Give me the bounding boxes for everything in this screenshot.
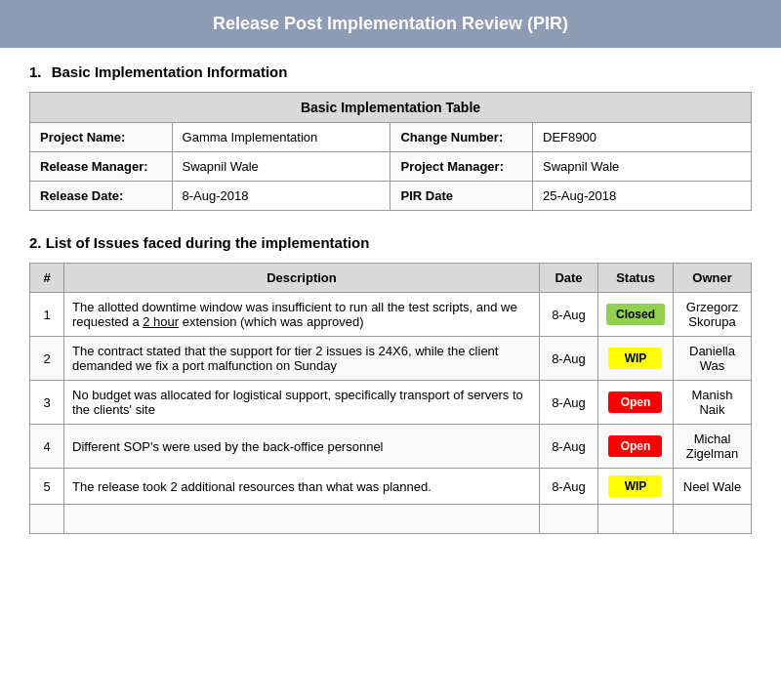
section1-number: 1. — [29, 63, 42, 80]
section2-label: List of Issues faced during the implemen… — [46, 234, 370, 251]
value-change-number: DEF8900 — [533, 123, 752, 152]
issue-row-empty — [30, 505, 752, 534]
value-project-name: Gamma Implementation — [172, 123, 390, 152]
issue-1-num: 1 — [30, 293, 64, 337]
section2-number: 2. — [29, 234, 42, 251]
page-header: Release Post Implementation Review (PIR) — [0, 0, 781, 48]
empty-description — [64, 505, 540, 534]
basic-table-heading: Basic Implementation Table — [30, 93, 752, 123]
status-badge-5: WIP — [608, 475, 662, 497]
value-release-date: 8-Aug-2018 — [172, 182, 390, 211]
label-project-manager: Project Manager: — [390, 152, 533, 182]
empty-num — [30, 505, 64, 534]
status-badge-3: Open — [608, 391, 662, 413]
issue-3-status-cell: Open — [597, 381, 673, 425]
issue-1-owner: Grzegorz Skorupa — [674, 293, 752, 337]
issue-4-owner: Michal Zigelman — [674, 425, 752, 469]
issue-5-description: The release took 2 additional resources … — [64, 469, 540, 505]
status-badge-1: Closed — [606, 304, 665, 325]
empty-status — [597, 505, 673, 534]
label-release-date: Release Date: — [30, 182, 173, 211]
issues-table: # Description Date Status Owner 1 The al… — [29, 263, 752, 534]
value-release-manager: Swapnil Wale — [172, 152, 390, 182]
issue-3-num: 3 — [30, 381, 64, 425]
basic-table-row-1: Project Name: Gamma Implementation Chang… — [30, 123, 752, 152]
empty-owner — [674, 505, 752, 534]
value-project-manager: Swapnil Wale — [533, 152, 752, 182]
col-date: Date — [539, 264, 597, 293]
issue-1-status-cell: Closed — [597, 293, 673, 337]
issue-2-owner: Daniella Was — [674, 337, 752, 381]
issue-3-description: No budget was allocated for logistical s… — [64, 381, 540, 425]
section1-label: Basic Implementation Information — [52, 63, 288, 80]
col-description: Description — [64, 264, 540, 293]
issue-row-2: 2 The contract stated that the support f… — [30, 337, 752, 381]
col-num: # — [30, 264, 64, 293]
issue-5-date: 8-Aug — [539, 469, 597, 505]
issue-row-3: 3 No budget was allocated for logistical… — [30, 381, 752, 425]
issue-2-description: The contract stated that the support for… — [64, 337, 540, 381]
issue-5-owner: Neel Wale — [674, 469, 752, 505]
issue-row-4: 4 Different SOP's were used by the back-… — [30, 425, 752, 469]
issue-1-description: The allotted downtime window was insuffi… — [64, 293, 540, 337]
page-title: Release Post Implementation Review (PIR) — [213, 14, 568, 33]
basic-implementation-table: Basic Implementation Table Project Name:… — [29, 92, 752, 211]
issue-2-num: 2 — [30, 337, 64, 381]
basic-table-row-3: Release Date: 8-Aug-2018 PIR Date 25-Aug… — [30, 182, 752, 211]
issue-4-num: 4 — [30, 425, 64, 469]
issue-2-status-cell: WIP — [597, 337, 673, 381]
issue-3-owner: Manish Naik — [674, 381, 752, 425]
issue-4-date: 8-Aug — [539, 425, 597, 469]
issue-row-5: 5 The release took 2 additional resource… — [30, 469, 752, 505]
label-change-number: Change Number: — [390, 123, 533, 152]
empty-date — [539, 505, 597, 534]
section2-title: 2. List of Issues faced during the imple… — [29, 234, 752, 251]
page-content: 1. Basic Implementation Information Basi… — [0, 63, 781, 534]
basic-table-row-2: Release Manager: Swapnil Wale Project Ma… — [30, 152, 752, 182]
page: Release Post Implementation Review (PIR)… — [0, 0, 781, 700]
issue-5-status-cell: WIP — [597, 469, 673, 505]
issues-table-header-row: # Description Date Status Owner — [30, 264, 752, 293]
status-badge-2: WIP — [608, 348, 662, 369]
issue-2-date: 8-Aug — [539, 337, 597, 381]
col-status: Status — [597, 264, 673, 293]
label-project-name: Project Name: — [30, 123, 173, 152]
issue-row-1: 1 The allotted downtime window was insuf… — [30, 293, 752, 337]
label-release-manager: Release Manager: — [30, 152, 173, 182]
issue-4-description: Different SOP's were used by the back-of… — [64, 425, 540, 469]
label-pir-date: PIR Date — [390, 182, 533, 211]
issue-4-status-cell: Open — [597, 425, 673, 469]
issue-3-date: 8-Aug — [539, 381, 597, 425]
issue-1-date: 8-Aug — [539, 293, 597, 337]
col-owner: Owner — [674, 264, 752, 293]
value-pir-date: 25-Aug-2018 — [533, 182, 752, 211]
status-badge-4: Open — [608, 435, 662, 457]
issue-1-underline: 2 hour — [143, 314, 179, 329]
section1-title: 1. Basic Implementation Information — [29, 63, 752, 80]
issue-5-num: 5 — [30, 469, 64, 505]
